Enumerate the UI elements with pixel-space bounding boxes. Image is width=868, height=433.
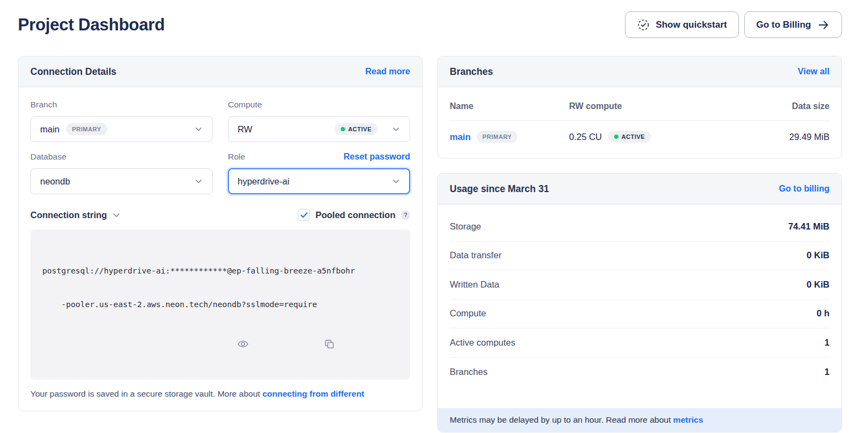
- compute-value: RW: [238, 124, 252, 135]
- compute-label: Compute: [228, 100, 262, 110]
- header-actions: Show quickstart Go to Billing: [625, 11, 842, 38]
- active-badge-label: ACTIVE: [622, 133, 645, 140]
- primary-badge: PRIMARY: [66, 123, 107, 135]
- pooled-connection-checkbox[interactable]: [298, 209, 310, 221]
- connection-string-toggle[interactable]: Connection string: [30, 210, 121, 220]
- usage-value: 0 KiB: [807, 250, 829, 260]
- database-label: Database: [30, 152, 66, 162]
- branch-row: main PRIMARY 0.25 CU ACTIVE 29.49 MiB: [450, 121, 829, 144]
- reset-password-link[interactable]: Reset password: [343, 152, 410, 162]
- go-to-billing-link[interactable]: Go to billing: [779, 184, 829, 194]
- column-rw-compute: RW compute: [569, 101, 792, 111]
- chevron-down-icon: [194, 125, 203, 133]
- usage-row-written-data: Written Data 0 KiB: [450, 270, 829, 300]
- metrics-notice-text: Metrics may be delayed by up to an hour.…: [450, 415, 673, 424]
- primary-badge: PRIMARY: [477, 131, 518, 143]
- view-all-link[interactable]: View all: [798, 67, 829, 77]
- quickstart-check-icon: [637, 18, 650, 31]
- usage-label: Storage: [450, 221, 481, 232]
- left-column: Connection Details Read more Branch main…: [18, 56, 423, 411]
- topbar: Project Dashboard Show quickstart Go to …: [0, 0, 868, 38]
- go-to-billing-button[interactable]: Go to Billing: [744, 11, 842, 38]
- branch-name-link[interactable]: main: [450, 132, 471, 142]
- compute-field: Compute RW ACTIVE: [228, 99, 410, 142]
- show-quickstart-button[interactable]: Show quickstart: [625, 11, 739, 38]
- usage-value: 1: [825, 338, 829, 348]
- usage-card: Usage since March 31 Go to billing Stora…: [437, 173, 842, 432]
- branches-header: Branches View all: [438, 56, 841, 87]
- connection-details-card: Connection Details Read more Branch main…: [18, 56, 423, 411]
- active-badge: ACTIVE: [608, 131, 651, 143]
- role-value: hyperdrive-ai: [238, 176, 289, 187]
- column-data-size: Data size: [792, 101, 829, 111]
- connection-string-row: Connection string Pooled connection ?: [30, 209, 410, 221]
- branches-table: Name RW compute Data size main PRIMARY 0…: [438, 87, 841, 158]
- read-more-link[interactable]: Read more: [365, 67, 410, 77]
- usage-body: Storage 74.41 MiB Data transfer 0 KiB Wr…: [438, 205, 841, 386]
- copy-icon: [323, 316, 399, 372]
- right-column: Branches View all Name RW compute Data s…: [437, 56, 842, 432]
- connection-string-line1: postgresql://hyperdrive-ai:************@…: [42, 265, 398, 277]
- connection-details-body: Branch main PRIMARY Compute: [18, 87, 422, 411]
- eye-icon: [237, 316, 313, 372]
- usage-label: Written Data: [450, 279, 499, 290]
- status-dot: [341, 127, 345, 131]
- usage-value: 1: [825, 367, 829, 377]
- role-label: Role: [228, 152, 245, 162]
- role-select[interactable]: hyperdrive-ai: [228, 168, 410, 194]
- usage-header: Usage since March 31 Go to billing: [438, 174, 841, 205]
- pooled-connection-group: Pooled connection ?: [298, 209, 410, 221]
- database-field: Database neondb: [30, 151, 213, 194]
- chevron-down-icon: [112, 211, 121, 220]
- go-to-billing-label: Go to Billing: [756, 20, 811, 30]
- branches-table-header: Name RW compute Data size: [450, 87, 829, 121]
- arrow-right-icon: [817, 18, 830, 31]
- role-field: Role Reset password hyperdrive-ai: [228, 151, 410, 194]
- connecting-from-different-link[interactable]: connecting from different: [263, 389, 365, 398]
- pooled-connection-label: Pooled connection: [315, 210, 395, 220]
- active-badge-label: ACTIVE: [348, 126, 372, 132]
- metrics-link[interactable]: metrics: [673, 415, 703, 424]
- chevron-down-icon: [392, 177, 400, 186]
- usage-row-data-transfer: Data transfer 0 KiB: [450, 241, 829, 271]
- connection-string-label: Connection string: [30, 210, 107, 220]
- branches-title: Branches: [450, 66, 493, 78]
- password-vault-text: Your password is saved in a secure stora…: [30, 389, 263, 398]
- usage-row-compute: Compute 0 h: [450, 300, 829, 329]
- usage-title: Usage since March 31: [450, 183, 549, 195]
- usage-label: Compute: [450, 308, 486, 319]
- chevron-down-icon: [392, 125, 400, 133]
- page-title: Project Dashboard: [18, 15, 165, 35]
- chevron-down-icon: [194, 177, 203, 186]
- branch-compute-value: 0.25 CU: [569, 132, 602, 142]
- compute-select[interactable]: RW ACTIVE: [228, 116, 410, 142]
- branch-label: Branch: [30, 100, 57, 110]
- usage-row-branches: Branches 1: [450, 358, 829, 387]
- branch-value: main: [40, 124, 60, 135]
- copy-button[interactable]: [323, 316, 399, 372]
- usage-label: Branches: [450, 367, 488, 377]
- branches-card: Branches View all Name RW compute Data s…: [437, 56, 842, 158]
- database-select[interactable]: neondb: [30, 168, 213, 194]
- database-value: neondb: [40, 176, 70, 187]
- usage-row-active-computes: Active computes 1: [450, 328, 829, 358]
- usage-value: 74.41 MiB: [788, 221, 829, 232]
- usage-value: 0 KiB: [807, 279, 829, 290]
- usage-label: Data transfer: [450, 250, 501, 260]
- status-dot: [614, 135, 618, 139]
- usage-row-storage: Storage 74.41 MiB: [450, 212, 829, 241]
- usage-value: 0 h: [816, 308, 829, 319]
- branch-select[interactable]: main PRIMARY: [30, 116, 213, 142]
- reveal-password-button[interactable]: [237, 316, 313, 372]
- active-badge: ACTIVE: [335, 123, 378, 135]
- main-content: Connection Details Read more Branch main…: [0, 38, 868, 432]
- password-vault-note: Your password is saved in a secure stora…: [30, 389, 410, 399]
- connection-string-box[interactable]: postgresql://hyperdrive-ai:************@…: [30, 230, 410, 380]
- show-quickstart-label: Show quickstart: [656, 20, 727, 30]
- branch-field: Branch main PRIMARY: [30, 99, 213, 142]
- metrics-notice: Metrics may be delayed by up to an hour.…: [438, 408, 841, 432]
- connection-details-header: Connection Details Read more: [18, 56, 422, 87]
- help-icon[interactable]: ?: [401, 211, 410, 220]
- column-name: Name: [450, 101, 569, 111]
- branch-data-size: 29.49 MiB: [789, 132, 829, 142]
